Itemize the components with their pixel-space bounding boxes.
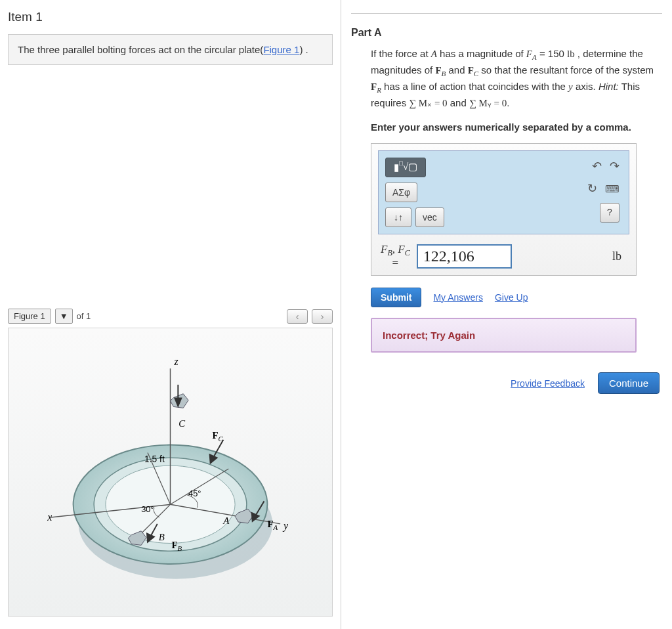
right-pane: Part A If the force at A has a magnitude… <box>341 0 672 629</box>
radius-label: 1.5 ft <box>144 454 165 464</box>
help-button[interactable]: ? <box>600 203 620 223</box>
answer-area: ▮□√▢√▢ ΑΣφ ↓↑ vec ↶ ↷ ↻ <box>371 143 637 275</box>
figure-label-text: Figure 1 <box>14 311 45 321</box>
part-a-heading: Part A <box>351 13 662 39</box>
figure-image: z x y C B A FC FB FA 1.5 ft 30° 45° <box>8 328 333 617</box>
provide-feedback-link[interactable]: Provide Feedback <box>511 377 585 390</box>
answer-row: FB, FC = lb <box>378 244 629 268</box>
equation-toolbar: ▮□√▢√▢ ΑΣφ ↓↑ vec ↶ ↷ ↻ <box>378 150 629 234</box>
item-title: Item 1 <box>8 10 333 24</box>
footer-row: Provide Feedback Continue <box>371 372 662 394</box>
answer-unit: lb <box>612 248 627 265</box>
figure-prev-button[interactable]: ‹ <box>287 309 308 324</box>
question-text: If the force at A has a magnitude of FA … <box>371 47 662 111</box>
updown-button[interactable]: ↓↑ <box>385 207 411 227</box>
feedback-message: Incorrect; Try Again <box>371 318 637 353</box>
figure-header: Figure 1 ▼ of 1 ‹ › <box>8 309 333 324</box>
figure-link[interactable]: Figure 1 <box>263 44 299 55</box>
my-answers-link[interactable]: My Answers <box>433 291 482 304</box>
point-a-label: A <box>222 515 230 526</box>
left-pane: Item 1 The three parallel bolting forces… <box>0 0 341 629</box>
vec-button[interactable]: vec <box>415 207 444 227</box>
figure-panel: Figure 1 ▼ of 1 ‹ › <box>8 309 333 617</box>
force-c-label: FC <box>213 430 224 443</box>
angle-45-label: 45° <box>188 488 201 498</box>
answer-instruction: Enter your answers numerically separated… <box>371 120 662 135</box>
greek-button[interactable]: ΑΣφ <box>385 183 417 202</box>
point-c-label: C <box>178 418 185 429</box>
answer-variable-label: FB, FC = <box>381 244 410 268</box>
answer-input[interactable] <box>417 244 512 269</box>
figure-next-button[interactable]: › <box>312 309 333 324</box>
problem-statement: The three parallel bolting forces act on… <box>8 34 333 65</box>
templates-button[interactable]: ▮□√▢√▢ <box>385 158 426 177</box>
action-row: Submit My Answers Give Up <box>371 288 662 307</box>
keyboard-icon[interactable]: ⌨ <box>605 182 620 196</box>
give-up-link[interactable]: Give Up <box>495 291 528 304</box>
figure-count: of 1 <box>77 311 91 321</box>
redo-icon[interactable]: ↷ <box>610 158 620 175</box>
point-b-label: B <box>159 532 165 542</box>
axis-y-label: y <box>282 520 288 532</box>
figure-label-button[interactable]: Figure 1 <box>8 309 51 324</box>
submit-button[interactable]: Submit <box>371 288 421 307</box>
axis-x-label: x <box>47 511 52 523</box>
continue-button[interactable]: Continue <box>598 372 660 394</box>
figure-dropdown[interactable]: ▼ <box>55 309 73 324</box>
problem-text-post: ) . <box>299 44 308 55</box>
undo-icon[interactable]: ↶ <box>592 158 602 175</box>
angle-30-label: 30° <box>141 504 154 514</box>
problem-text-pre: The three parallel bolting forces act on… <box>18 44 263 55</box>
axis-z-label: z <box>173 356 178 367</box>
part-a-body: If the force at A has a magnitude of FA … <box>351 47 662 394</box>
reset-icon[interactable]: ↻ <box>587 180 597 197</box>
